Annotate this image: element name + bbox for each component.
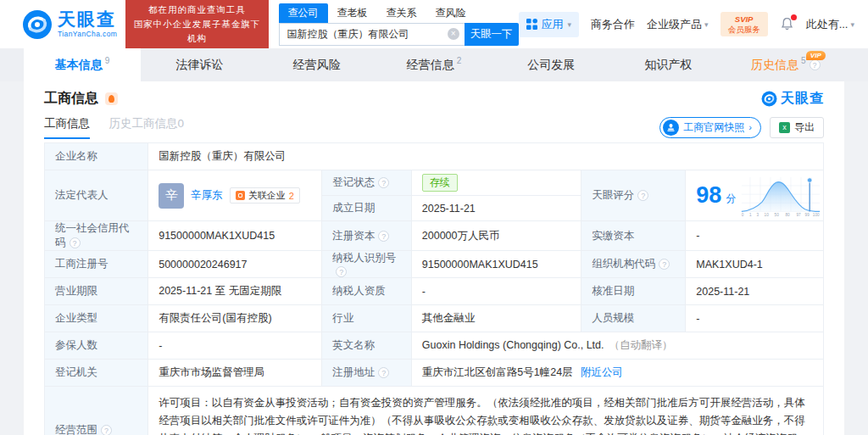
field-label: 纳税人识别号? — [322, 251, 412, 278]
field-label: 统一社会信用代码? — [45, 221, 148, 251]
label-text: 经营范围 — [55, 424, 97, 435]
promo-banner: 都在用的商业查询工具 国家中小企业发展子基金旗下机构 — [125, 0, 268, 48]
label-text: 登记状态 — [332, 176, 375, 188]
tab-count: 9 — [105, 56, 110, 65]
user-menu[interactable]: 此处有... ▾ — [806, 17, 854, 32]
nav-enterprise-label: 企业级产品 — [647, 17, 702, 32]
help-icon[interactable]: ? — [659, 259, 670, 270]
score-cell[interactable]: 98 分 — [686, 170, 824, 221]
tab-legal-litigation[interactable]: 法律诉讼 — [141, 48, 258, 81]
svg-text:10: 10 — [765, 213, 770, 217]
establish-date: 2025-11-21 — [411, 196, 581, 221]
table-row: 企业名称 国新控股（重庆）有限公司 — [45, 143, 824, 170]
svip-member-button[interactable]: SVIP 会员服务 — [721, 12, 768, 37]
approval-date: 2025-11-21 — [686, 278, 824, 305]
tab-operational-risk[interactable]: 经营风险 — [259, 48, 376, 81]
official-snapshot-button[interactable]: 工商官网快照 › — [659, 117, 761, 138]
field-label: 经营范围? — [45, 387, 148, 435]
table-row: 工商注册号 500000020246917 纳税人识别号? 91500000MA… — [45, 251, 824, 278]
tianyancha-logo-icon — [761, 91, 777, 107]
help-icon[interactable]: ? — [336, 266, 347, 277]
tab-history-info[interactable]: VIP 历史信息5 ? — [727, 48, 844, 81]
auto-translate-note: （自动翻译） — [609, 339, 673, 351]
svip-sublabel: 会员服务 — [728, 25, 760, 35]
caret-down-icon: ▾ — [850, 20, 854, 29]
subtab-history-business-info[interactable]: 历史工商信息0 — [108, 116, 184, 137]
tab-basic-info[interactable]: 基本信息9 — [24, 48, 141, 81]
label-text: 注册资本 — [332, 230, 375, 242]
apps-menu[interactable]: 应用 ▾ — [519, 12, 580, 37]
registry-authority: 重庆市市场监督管理局 — [148, 360, 322, 387]
watermark-text: 天眼查 — [781, 90, 824, 108]
tab-label: 经营风险 — [293, 58, 341, 73]
tab-company-development[interactable]: 公司发展 — [492, 48, 609, 81]
search-button[interactable]: 天眼一下 — [465, 23, 519, 46]
promo-line2: 国家中小企业发展子基金旗下机构 — [133, 17, 260, 47]
card-header: 工商信息 天眼查 — [44, 90, 824, 108]
field-label: 注册地址? — [322, 360, 412, 387]
tab-intellectual-property[interactable]: 知识产权 — [609, 48, 726, 81]
related-count: 2 — [289, 191, 294, 201]
notification-bell-icon[interactable] — [780, 17, 794, 31]
business-info-card: 工商信息 天眼查 工商信息 历史工商信息0 工商官网快照 › — [24, 81, 844, 435]
legal-rep-link[interactable]: 辛厚东 — [191, 188, 223, 203]
staff-size: - — [686, 305, 824, 332]
subtab-business-info[interactable]: 工商信息 — [44, 116, 90, 139]
field-label: 核准日期 — [581, 278, 686, 305]
nav-cooperation[interactable]: 商务合作 — [591, 17, 635, 32]
main-tabbar: 基本信息9 法律诉讼 经营风险 经营信息2 公司发展 知识产权 VIP 历史信息… — [0, 48, 868, 81]
help-icon[interactable]: ? — [378, 177, 389, 188]
help-icon[interactable]: ? — [70, 237, 81, 248]
nav-enterprise[interactable]: 企业级产品 ▾ — [647, 17, 709, 32]
tianyancha-logo[interactable]: 天眼查 TianYanCha.com — [22, 9, 117, 40]
tab-operation-info[interactable]: 经营信息2 — [376, 48, 492, 81]
svg-text:0: 0 — [742, 213, 744, 217]
apps-grid-icon — [526, 19, 537, 30]
search-tab-company[interactable]: 查公司 — [279, 3, 328, 23]
registered-capital: 200000万人民币 — [411, 221, 581, 251]
clear-icon[interactable]: × — [448, 28, 459, 40]
help-icon[interactable]: ? — [378, 231, 389, 242]
field-label: 实缴资本 — [581, 221, 686, 251]
tab-label: 经营信息 — [407, 58, 454, 73]
score-unit: 分 — [726, 192, 736, 206]
tab-count: 5 — [801, 56, 806, 65]
help-icon[interactable]: ? — [101, 425, 112, 435]
search-input[interactable] — [279, 23, 465, 46]
nearby-companies-link[interactable]: 附近公司 — [581, 366, 623, 378]
export-label: 导出 — [794, 120, 815, 135]
industry: 其他金融业 — [411, 305, 581, 332]
promo-line1: 都在用的商业查询工具 — [133, 3, 260, 17]
help-icon[interactable]: ? — [378, 367, 389, 378]
field-label: 纳税人资质 — [322, 278, 412, 305]
table-row: 营业期限 2025-11-21 至 无固定期限 纳税人资质 - 核准日期 202… — [45, 278, 824, 305]
header-nav: 应用 ▾ 商务合作 企业级产品 ▾ SVIP 会员服务 此处有... ▾ — [519, 12, 854, 37]
insured-count: - — [148, 332, 322, 360]
search-area: 查公司 查老板 查关系 查风险 × 天眼一下 — [279, 3, 519, 46]
arrow-right-icon: › — [748, 122, 752, 132]
export-button[interactable]: x 导出 — [770, 117, 824, 138]
help-icon[interactable]: ? — [810, 59, 821, 70]
related-label: 关联企业 — [248, 189, 286, 202]
user-name: 此处有... — [806, 17, 849, 32]
search-tab-risk[interactable]: 查风险 — [426, 3, 476, 23]
related-company-icon — [236, 191, 245, 200]
field-label: 注册资本? — [322, 221, 412, 251]
help-icon[interactable]: ? — [637, 190, 648, 201]
tab-label: 基本信息 — [55, 58, 103, 73]
avatar[interactable]: 辛 — [159, 183, 184, 209]
search-tab-relation[interactable]: 查关系 — [377, 3, 426, 23]
table-row: 参保人数 - 英文名称 Guoxin Holdings (Chongqing) … — [45, 332, 824, 360]
svip-label: SVIP — [735, 14, 754, 25]
search-tab-boss[interactable]: 查老板 — [328, 3, 377, 23]
tab-label: 公司发展 — [527, 58, 575, 73]
company-name: 国新控股（重庆）有限公司 — [148, 143, 824, 170]
related-company-badge[interactable]: 关联企业 2 — [230, 187, 300, 204]
business-scope: 许可项目：以自有资金从事投资活动；自有资金投资的资产管理服务。（依法须经批准的项… — [148, 387, 824, 435]
site-header: 天眼查 TianYanCha.com 都在用的商业查询工具 国家中小企业发展子基… — [0, 0, 868, 48]
registered-address-cell: 重庆市江北区创富路5号1幢24层 附近公司 — [411, 360, 823, 387]
field-label: 营业期限 — [45, 278, 148, 305]
label-text: 天眼评分 — [592, 189, 634, 201]
tab-label: 法律诉讼 — [175, 58, 223, 73]
field-label: 人员规模 — [581, 305, 686, 332]
